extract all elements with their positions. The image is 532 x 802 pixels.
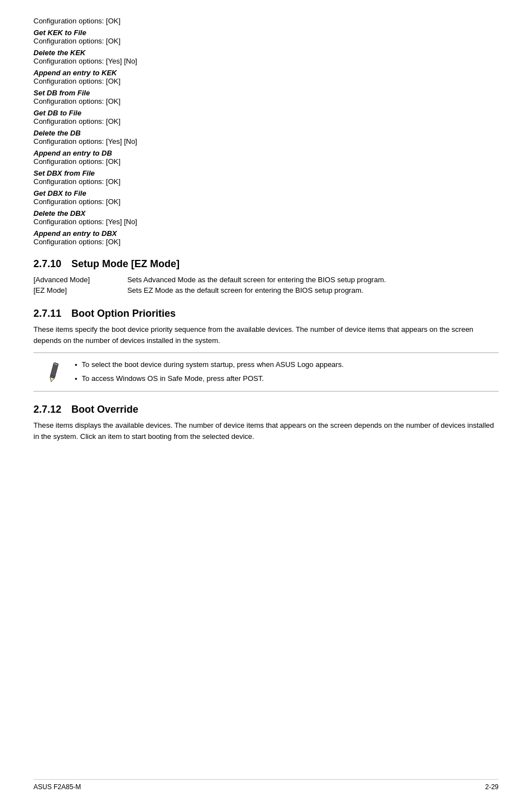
entry-config: Configuration options: [OK]	[33, 197, 499, 206]
modes-table-element: [Advanced Mode] Sets Advanced Mode as th…	[33, 274, 499, 296]
entry-config: Configuration options: [Yes] [No]	[33, 57, 499, 65]
mode-description: Sets Advanced Mode as the default screen…	[127, 274, 499, 285]
entry-block: Get DB to File Configuration options: [O…	[33, 109, 499, 125]
entry-config: Configuration options: [OK]	[33, 157, 499, 166]
entry-config: Configuration options: [OK]	[33, 97, 499, 105]
entry-config: Configuration options: [Yes] [No]	[33, 137, 499, 146]
entry-title: Delete the KEK	[33, 49, 499, 57]
bullet: •	[75, 374, 78, 384]
mode-row: [EZ Mode] Sets EZ Mode as the default sc…	[33, 285, 499, 296]
footer-right: 2-29	[485, 783, 499, 791]
note-item: • To access Windows OS in Safe Mode, pre…	[75, 374, 494, 384]
entry-title: Append an entry to DB	[33, 149, 499, 157]
note-item: • To select the boot device during syste…	[75, 360, 494, 370]
entry-config: Configuration options: [OK]	[33, 77, 499, 85]
section-2711-number: 2.7.11	[33, 308, 61, 320]
note-text: To access Windows OS in Safe Mode, press…	[82, 374, 264, 384]
entry-config: Configuration options: [Yes] [No]	[33, 218, 499, 226]
entries-list: Get KEK to File Configuration options: […	[33, 28, 499, 246]
section-2711-title: Boot Option Priorities	[71, 308, 176, 320]
entry-title: Get KEK to File	[33, 28, 499, 37]
section-2710-heading: 2.7.10 Setup Mode [EZ Mode]	[33, 258, 499, 270]
entry-title: Delete the DB	[33, 129, 499, 137]
page: Configuration options: [OK] Get KEK to F…	[0, 0, 532, 802]
entry-config: Configuration options: [OK]	[33, 238, 499, 246]
footer: ASUS F2A85-M 2-29	[33, 779, 499, 791]
section-2712-body: These items displays the available devic…	[33, 420, 499, 442]
top-config-line: Configuration options: [OK]	[33, 17, 499, 25]
svg-marker-1	[49, 377, 55, 382]
pencil-icon	[40, 360, 64, 383]
section-2710-title: Setup Mode [EZ Mode]	[71, 258, 180, 270]
entry-title: Set DB from File	[33, 89, 499, 97]
note-icon-container	[38, 360, 66, 383]
entry-block: Delete the KEK Configuration options: [Y…	[33, 49, 499, 65]
entry-block: Set DB from File Configuration options: …	[33, 89, 499, 105]
entry-block: Get KEK to File Configuration options: […	[33, 28, 499, 45]
entry-title: Get DB to File	[33, 109, 499, 117]
note-text: To select the boot device during system …	[82, 360, 344, 370]
entry-title: Append an entry to KEK	[33, 69, 499, 77]
bullet: •	[75, 360, 78, 370]
section-2710-number: 2.7.10	[33, 258, 61, 270]
entry-config: Configuration options: [OK]	[33, 37, 499, 45]
section-2712-heading: 2.7.12 Boot Override	[33, 404, 499, 416]
modes-table: [Advanced Mode] Sets Advanced Mode as th…	[33, 274, 499, 296]
entry-block: Delete the DBX Configuration options: [Y…	[33, 209, 499, 226]
section-2711-heading: 2.7.11 Boot Option Priorities	[33, 308, 499, 320]
footer-left: ASUS F2A85-M	[33, 783, 81, 791]
section-2711-body: These items specify the boot device prio…	[33, 324, 499, 346]
entry-block: Set DBX from File Configuration options:…	[33, 169, 499, 186]
entry-title: Append an entry to DBX	[33, 229, 499, 238]
entry-block: Get DBX to File Configuration options: […	[33, 189, 499, 206]
mode-label: [Advanced Mode]	[33, 274, 127, 285]
entry-title: Delete the DBX	[33, 209, 499, 218]
section-2712-number: 2.7.12	[33, 404, 61, 416]
entry-title: Get DBX to File	[33, 189, 499, 197]
note-items: • To select the boot device during syste…	[75, 360, 494, 384]
entry-config: Configuration options: [OK]	[33, 177, 499, 186]
entry-title: Set DBX from File	[33, 169, 499, 177]
note-box: • To select the boot device during syste…	[33, 352, 499, 392]
mode-description: Sets EZ Mode as the default screen for e…	[127, 285, 499, 296]
section-2712-title: Boot Override	[71, 404, 138, 416]
entry-block: Append an entry to DBX Configuration opt…	[33, 229, 499, 246]
entry-config: Configuration options: [OK]	[33, 117, 499, 125]
entry-block: Delete the DB Configuration options: [Ye…	[33, 129, 499, 146]
mode-row: [Advanced Mode] Sets Advanced Mode as th…	[33, 274, 499, 285]
entry-block: Append an entry to KEK Configuration opt…	[33, 69, 499, 85]
mode-label: [EZ Mode]	[33, 285, 127, 296]
entry-block: Append an entry to DB Configuration opti…	[33, 149, 499, 166]
